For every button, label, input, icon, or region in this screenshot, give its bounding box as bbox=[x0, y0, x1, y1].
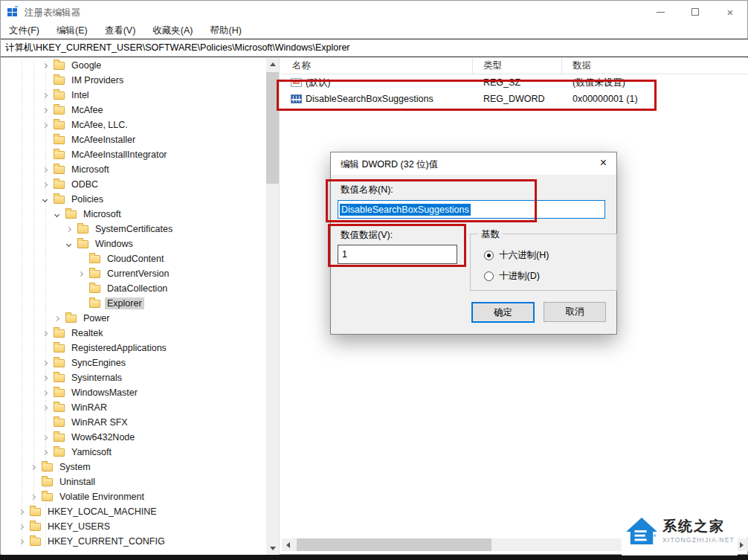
tree-item-datacollection[interactable]: DataCollection bbox=[1, 281, 266, 296]
tree-item-hkey-users[interactable]: HKEY_USERS bbox=[1, 519, 266, 534]
column-header-1[interactable]: 类型 bbox=[473, 58, 562, 74]
tree-item-winrar-sfx[interactable]: WinRAR SFX bbox=[1, 415, 266, 430]
scroll-down-arrow[interactable] bbox=[266, 542, 279, 555]
chevron-right-icon[interactable] bbox=[39, 105, 51, 116]
maximize-button[interactable] bbox=[678, 1, 712, 23]
chevron-down-icon[interactable] bbox=[63, 239, 74, 250]
close-icon: × bbox=[727, 7, 734, 18]
chevron-right-icon[interactable] bbox=[63, 224, 74, 235]
close-button[interactable]: × bbox=[713, 1, 747, 23]
chevron-right-icon[interactable] bbox=[39, 432, 51, 443]
folder-icon bbox=[77, 225, 88, 234]
tree-item-system[interactable]: System bbox=[1, 460, 266, 474]
folder-icon bbox=[54, 166, 65, 174]
chevron-right-icon[interactable] bbox=[39, 387, 51, 399]
menu-item-0[interactable]: 文件(F) bbox=[9, 25, 39, 37]
ok-button[interactable]: 确定 bbox=[471, 302, 535, 323]
column-header-0[interactable]: 名称 bbox=[282, 58, 473, 74]
folder-icon bbox=[54, 151, 65, 159]
tree-item-cloudcontent[interactable]: CloudContent bbox=[1, 251, 266, 266]
column-header-2[interactable]: 数据 bbox=[562, 58, 748, 74]
tree-item-label: Volatile Environment bbox=[57, 491, 146, 503]
chevron-down-icon[interactable] bbox=[39, 194, 51, 205]
chevron-right-icon[interactable] bbox=[39, 358, 51, 369]
tree-item-policies[interactable]: Policies bbox=[1, 192, 266, 207]
address-bar[interactable]: 计算机\HKEY_CURRENT_USER\SOFTWARE\Policies\… bbox=[1, 39, 748, 57]
chevron-placeholder bbox=[75, 254, 86, 265]
chevron-right-icon[interactable] bbox=[39, 447, 51, 458]
tree-item-systemcertificates[interactable]: SystemCertificates bbox=[1, 222, 266, 236]
scroll-left-arrow[interactable] bbox=[282, 538, 294, 551]
minimize-button[interactable] bbox=[643, 1, 677, 23]
pane-splitter[interactable] bbox=[279, 58, 280, 555]
chevron-right-icon[interactable] bbox=[75, 268, 86, 280]
tree-item-odbc[interactable]: ODBC bbox=[1, 177, 266, 192]
folder-icon bbox=[30, 538, 41, 546]
tree-item-yamicsoft[interactable]: Yamicsoft bbox=[1, 445, 266, 460]
tree-vertical-scrollbar[interactable] bbox=[266, 58, 279, 555]
chevron-right-icon[interactable] bbox=[51, 313, 62, 324]
tree-item-wow6432node[interactable]: Wow6432Node bbox=[1, 430, 266, 445]
tree-item-hkey-current-config[interactable]: HKEY_CURRENT_CONFIG bbox=[1, 534, 266, 549]
tree-item-explorer[interactable]: Explorer bbox=[1, 296, 266, 311]
registry-editor-screenshot: 注册表编辑器 × 文件(F)编辑(E)查看(V)收藏夹(A)帮助(H) 计算机\… bbox=[0, 0, 748, 560]
tree-item-google[interactable]: Google bbox=[1, 58, 266, 73]
tree-item-mcafee-llc-[interactable]: McAfee, LLC. bbox=[1, 118, 266, 132]
chevron-right-icon[interactable] bbox=[39, 179, 51, 190]
tree-item-registeredapplications[interactable]: RegisteredApplications bbox=[1, 341, 266, 355]
folder-icon bbox=[65, 210, 77, 219]
dialog-close-icon[interactable]: × bbox=[600, 157, 607, 169]
folder-icon bbox=[54, 404, 65, 412]
chevron-placeholder bbox=[28, 477, 39, 488]
tree-item-volatile-environment[interactable]: Volatile Environment bbox=[1, 489, 266, 504]
radio-unselected-icon[interactable] bbox=[484, 271, 494, 281]
chevron-right-icon[interactable] bbox=[16, 506, 27, 518]
chevron-right-icon[interactable] bbox=[39, 373, 51, 384]
tree-item-hkey-local-machine[interactable]: HKEY_LOCAL_MACHINE bbox=[1, 504, 266, 519]
tree-item-mcafeeinstallintegrator[interactable]: McAfeeInstallIntegrator bbox=[1, 147, 266, 162]
radio-selected-icon[interactable] bbox=[484, 251, 494, 260]
cancel-button[interactable]: 取消 bbox=[544, 302, 606, 322]
chevron-right-icon[interactable] bbox=[39, 60, 51, 71]
folder-icon bbox=[54, 329, 65, 338]
list-scrollbar-thumb[interactable] bbox=[297, 538, 491, 551]
menu-item-3[interactable]: 收藏夹(A) bbox=[152, 25, 193, 37]
tree-item-winrar[interactable]: WinRAR bbox=[1, 400, 266, 415]
scroll-right-arrow[interactable] bbox=[735, 538, 748, 551]
chevron-right-icon[interactable] bbox=[28, 462, 39, 473]
tree-item-microsoft[interactable]: Microsoft bbox=[1, 207, 266, 222]
registry-editor-window: 注册表编辑器 × 文件(F)编辑(E)查看(V)收藏夹(A)帮助(H) 计算机\… bbox=[0, 0, 748, 555]
tree-item-syncengines[interactable]: SyncEngines bbox=[1, 355, 266, 370]
chevron-right-icon[interactable] bbox=[39, 328, 51, 339]
chevron-right-icon[interactable] bbox=[39, 402, 51, 413]
chevron-right-icon[interactable] bbox=[16, 521, 27, 532]
tree-item-realtek[interactable]: Realtek bbox=[1, 326, 266, 341]
menu-item-2[interactable]: 查看(V) bbox=[105, 25, 136, 37]
tree-item-label: Wow6432Node bbox=[69, 431, 137, 443]
radio-option-decimal[interactable]: 十进制(D) bbox=[484, 270, 540, 283]
tree-item-microsoft[interactable]: Microsoft bbox=[1, 162, 266, 177]
chevron-right-icon[interactable] bbox=[39, 164, 51, 176]
tree-item-label: McAfeeInstaller bbox=[69, 134, 138, 146]
folder-icon bbox=[54, 106, 65, 115]
chevron-right-icon[interactable] bbox=[16, 536, 27, 547]
scroll-up-arrow[interactable] bbox=[266, 58, 279, 71]
tree-item-sysinternals[interactable]: Sysinternals bbox=[1, 370, 266, 385]
tree-item-im-providers[interactable]: IM Providers bbox=[1, 73, 266, 88]
chevron-right-icon[interactable] bbox=[39, 120, 51, 131]
tree-item-mcafeeinstaller[interactable]: McAfeeInstaller bbox=[1, 132, 266, 147]
chevron-down-icon[interactable] bbox=[51, 209, 62, 220]
tree-item-intel[interactable]: Intel bbox=[1, 88, 266, 103]
tree-item-power[interactable]: Power bbox=[1, 311, 266, 326]
title-bar: 注册表编辑器 × bbox=[1, 1, 747, 23]
menu-item-1[interactable]: 编辑(E) bbox=[57, 25, 88, 37]
tree-item-uninstall[interactable]: Uninstall bbox=[1, 474, 266, 489]
tree-item-mcafee[interactable]: McAfee bbox=[1, 103, 266, 118]
chevron-right-icon[interactable] bbox=[28, 492, 39, 503]
tree-item-currentversion[interactable]: CurrentVersion bbox=[1, 266, 266, 281]
menu-item-4[interactable]: 帮助(H) bbox=[210, 25, 241, 37]
tree-item-windows[interactable]: Windows bbox=[1, 236, 266, 251]
tree-item-windowsmaster[interactable]: WindowsMaster bbox=[1, 385, 266, 400]
chevron-right-icon[interactable] bbox=[39, 90, 51, 101]
radio-option-hexadecimal[interactable]: 十六进制(H) bbox=[484, 249, 549, 262]
